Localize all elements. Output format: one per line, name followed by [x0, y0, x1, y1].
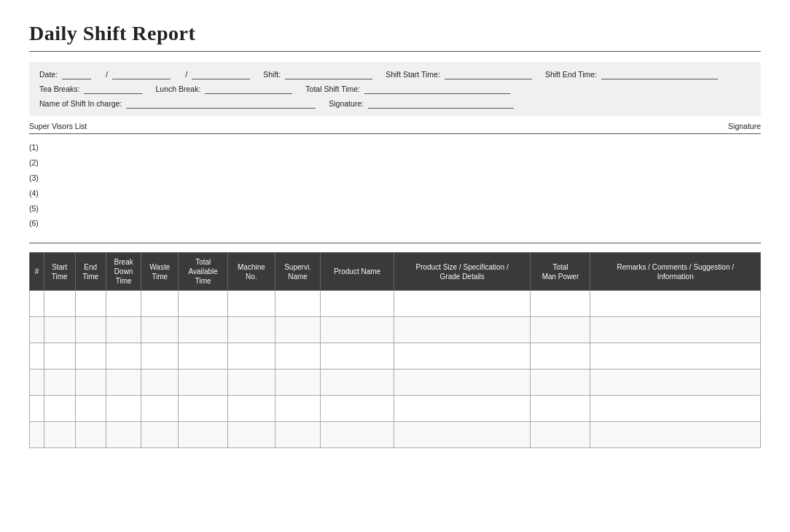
cell-product-size[interactable]	[394, 396, 531, 422]
cell-total-available-time[interactable]	[179, 422, 228, 448]
cell-waste-time[interactable]	[141, 422, 179, 448]
cell-start-time[interactable]	[44, 317, 75, 343]
cell-remarks[interactable]	[590, 343, 761, 369]
shift-start-field[interactable]	[445, 69, 532, 79]
cell-total-available-time[interactable]	[179, 369, 228, 396]
col-product-size: Product Size / Specification /Grade Deta…	[394, 253, 531, 291]
cell-total-man-power[interactable]	[531, 396, 590, 422]
cell-num[interactable]	[30, 291, 44, 317]
cell-product-size[interactable]	[394, 422, 531, 448]
cell-product-name[interactable]	[321, 369, 394, 396]
cell-end-time[interactable]	[75, 343, 106, 369]
cell-waste-time[interactable]	[141, 369, 179, 396]
cell-num[interactable]	[30, 422, 44, 448]
cell-end-time[interactable]	[75, 291, 106, 317]
cell-supervi-name[interactable]	[275, 317, 321, 343]
total-shift-label: Total Shift Time:	[305, 85, 360, 93]
cell-waste-time[interactable]	[141, 317, 179, 343]
supervisors-section: Super Visors List Signature (1) (2) (3) …	[29, 119, 761, 234]
total-shift-field[interactable]	[364, 84, 510, 94]
cell-product-name[interactable]	[321, 422, 394, 448]
cell-product-size[interactable]	[394, 343, 531, 369]
cell-total-man-power[interactable]	[531, 317, 590, 343]
cell-total-available-time[interactable]	[179, 317, 228, 343]
signature-field[interactable]	[368, 98, 514, 109]
cell-end-time[interactable]	[75, 317, 106, 343]
cell-end-time[interactable]	[75, 422, 106, 448]
cell-breakdown-time[interactable]	[106, 291, 141, 317]
cell-machine-no[interactable]	[228, 422, 275, 448]
cell-breakdown-time[interactable]	[106, 396, 141, 422]
cell-start-time[interactable]	[44, 343, 75, 369]
col-product-name: Product Name	[321, 253, 394, 291]
date-field-year[interactable]	[192, 69, 250, 79]
cell-product-name[interactable]	[321, 396, 394, 422]
cell-product-name[interactable]	[321, 343, 394, 369]
shift-label: Shift:	[263, 70, 281, 79]
cell-end-time[interactable]	[75, 396, 106, 422]
cell-breakdown-time[interactable]	[106, 343, 141, 369]
cell-start-time[interactable]	[44, 291, 75, 317]
cell-supervi-name[interactable]	[275, 422, 321, 448]
cell-total-man-power[interactable]	[531, 291, 590, 317]
cell-supervi-name[interactable]	[275, 291, 321, 317]
cell-waste-time[interactable]	[141, 396, 179, 422]
shift-end-field[interactable]	[601, 69, 718, 79]
cell-remarks[interactable]	[590, 291, 761, 317]
cell-product-size[interactable]	[394, 291, 531, 317]
cell-supervi-name[interactable]	[275, 396, 321, 422]
name-field[interactable]	[126, 98, 316, 109]
cell-supervi-name[interactable]	[275, 369, 321, 396]
cell-machine-no[interactable]	[228, 396, 275, 422]
cell-end-time[interactable]	[75, 369, 106, 396]
cell-total-available-time[interactable]	[179, 291, 228, 317]
shift-field[interactable]	[285, 69, 372, 79]
shift-table: # StartTime EndTime BreakDownTime WasteT…	[29, 252, 761, 448]
table-header-row: # StartTime EndTime BreakDownTime WasteT…	[30, 253, 761, 291]
cell-start-time[interactable]	[44, 369, 75, 396]
cell-machine-no[interactable]	[228, 343, 275, 369]
cell-remarks[interactable]	[590, 369, 761, 396]
cell-supervi-name[interactable]	[275, 343, 321, 369]
cell-product-name[interactable]	[321, 291, 394, 317]
cell-start-time[interactable]	[44, 422, 75, 448]
supervisors-list-label: Super Visors List	[29, 122, 87, 130]
tea-breaks-field[interactable]	[84, 84, 142, 94]
cell-total-available-time[interactable]	[179, 343, 228, 369]
cell-num[interactable]	[30, 317, 44, 343]
supervisor-item-2: (2)	[29, 155, 761, 171]
col-total-available-time: TotalAvailableTime	[179, 253, 228, 291]
date-field-day[interactable]	[62, 69, 91, 79]
cell-remarks[interactable]	[590, 422, 761, 448]
cell-breakdown-time[interactable]	[106, 369, 141, 396]
cell-num[interactable]	[30, 343, 44, 369]
cell-total-available-time[interactable]	[179, 396, 228, 422]
cell-machine-no[interactable]	[228, 369, 275, 396]
cell-total-man-power[interactable]	[531, 369, 590, 396]
cell-waste-time[interactable]	[141, 291, 179, 317]
cell-total-man-power[interactable]	[531, 343, 590, 369]
table-row	[30, 343, 761, 369]
cell-breakdown-time[interactable]	[106, 317, 141, 343]
cell-remarks[interactable]	[590, 317, 761, 343]
cell-num[interactable]	[30, 396, 44, 422]
cell-product-name[interactable]	[321, 317, 394, 343]
cell-waste-time[interactable]	[141, 343, 179, 369]
date-sep-1: /	[106, 70, 108, 79]
cell-num[interactable]	[30, 369, 44, 396]
tea-breaks-label: Tea Breaks:	[39, 85, 79, 93]
cell-product-size[interactable]	[394, 369, 531, 396]
cell-machine-no[interactable]	[228, 317, 275, 343]
table-row	[30, 396, 761, 422]
cell-total-man-power[interactable]	[531, 422, 590, 448]
cell-start-time[interactable]	[44, 396, 75, 422]
date-field-month[interactable]	[112, 69, 171, 79]
cell-product-size[interactable]	[394, 317, 531, 343]
cell-remarks[interactable]	[590, 396, 761, 422]
lunch-break-field[interactable]	[205, 84, 292, 94]
cell-breakdown-time[interactable]	[106, 422, 141, 448]
cell-machine-no[interactable]	[228, 291, 275, 317]
info-row-2: Tea Breaks: Lunch Break: Total Shift Tim…	[39, 84, 751, 94]
col-num: #	[30, 253, 44, 291]
table-row	[30, 317, 761, 343]
